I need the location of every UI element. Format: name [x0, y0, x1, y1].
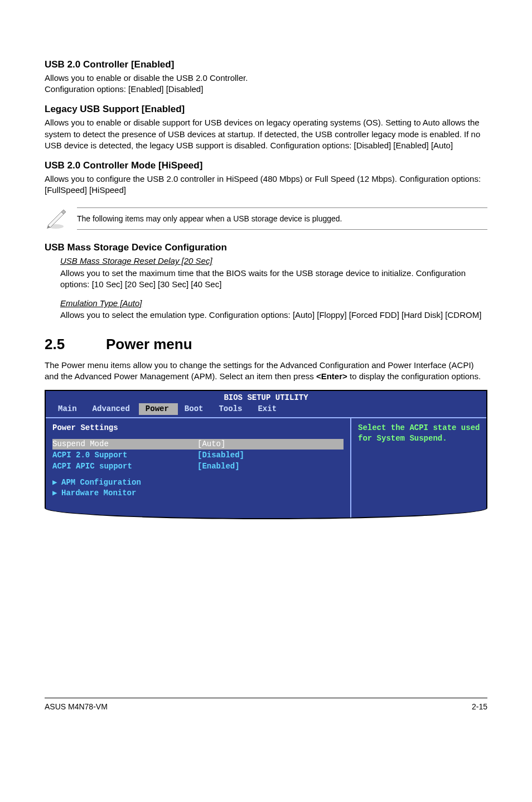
bios-help-text: Select the ACPI state used for System Su…	[358, 423, 481, 444]
bios-value-acpi20: [Disabled]	[197, 450, 244, 461]
bios-left-pane: Power Settings Suspend Mode [Auto] ACPI …	[46, 418, 351, 518]
pencil-icon	[45, 207, 67, 230]
bios-label-apm-config: APM Configuration	[61, 477, 141, 488]
subheading-reset-delay: USB Mass Storage Reset Delay [20 Sec]	[60, 255, 487, 267]
bios-label-acpi-apic: ACPI APIC support	[52, 461, 197, 472]
bios-tab-exit[interactable]: Exit	[251, 403, 286, 415]
bios-label-hardware-monitor: Hardware Monitor	[61, 488, 136, 499]
paragraph-reset-delay: Allows you to set the maximum time that …	[60, 268, 487, 291]
note-text: The following items may only appear when…	[77, 211, 487, 226]
bios-tab-main[interactable]: Main	[51, 403, 86, 415]
bios-screenshot: BIOS SETUP UTILITY Main Advanced Power B…	[45, 390, 487, 519]
bios-tab-bar: Main Advanced Power Boot Tools Exit	[46, 403, 486, 417]
bios-row-acpi20[interactable]: ACPI 2.0 Support [Disabled]	[52, 450, 344, 461]
paragraph-usb20-controller: Allows you to enable or disable the USB …	[45, 73, 487, 95]
page-footer: ASUS M4N78-VM 2-15	[45, 698, 487, 712]
bios-row-apm-config[interactable]: ▶ APM Configuration	[52, 477, 344, 488]
section-heading-power-menu: 2.5Power menu	[45, 335, 487, 354]
bios-tab-advanced[interactable]: Advanced	[86, 403, 139, 415]
heading-usb20-controller: USB 2.0 Controller [Enabled]	[45, 59, 487, 71]
note-rule-top	[77, 207, 487, 208]
bios-tab-tools[interactable]: Tools	[212, 403, 251, 415]
heading-legacy-usb: Legacy USB Support [Enabled]	[45, 103, 487, 116]
heading-usb20-mode: USB 2.0 Controller Mode [HiSpeed]	[45, 160, 487, 172]
bios-tab-power[interactable]: Power	[139, 403, 178, 415]
bios-title: BIOS SETUP UTILITY	[46, 391, 486, 403]
bios-help-pane: Select the ACPI state used for System Su…	[351, 418, 486, 518]
section-number: 2.5	[45, 335, 106, 354]
paragraph-usb20-mode: Allows you to configure the USB 2.0 cont…	[45, 173, 487, 196]
note-callout: The following items may only appear when…	[45, 204, 487, 234]
bios-row-hardware-monitor[interactable]: ▶ Hardware Monitor	[52, 488, 344, 499]
bios-value-acpi-apic: [Enabled]	[197, 461, 240, 472]
paragraph-power-menu: The Power menu items allow you to change…	[45, 360, 487, 383]
paragraph-legacy-usb: Allows you to enable or disable support …	[45, 117, 487, 151]
bios-row-suspend-mode[interactable]: Suspend Mode [Auto]	[52, 439, 344, 450]
triangle-right-icon: ▶	[52, 488, 61, 499]
triangle-right-icon: ▶	[52, 477, 61, 488]
section-title: Power menu	[106, 336, 192, 352]
note-rule-bottom	[77, 229, 487, 230]
bios-panel-heading: Power Settings	[52, 423, 344, 433]
bios-row-acpi-apic[interactable]: ACPI APIC support [Enabled]	[52, 461, 344, 472]
subheading-emulation-type: Emulation Type [Auto]	[60, 298, 487, 309]
bios-value-suspend-mode: [Auto]	[197, 439, 225, 450]
footer-left: ASUS M4N78-VM	[45, 702, 108, 712]
bios-tab-boot[interactable]: Boot	[178, 403, 212, 415]
paragraph-emulation-type: Allows you to select the emulation type.…	[60, 310, 487, 321]
bios-label-suspend-mode: Suspend Mode	[52, 439, 197, 450]
heading-usb-mass-storage: USB Mass Storage Device Configuration	[45, 241, 487, 254]
footer-right: 2-15	[472, 702, 487, 712]
bios-label-acpi20: ACPI 2.0 Support	[52, 450, 197, 461]
